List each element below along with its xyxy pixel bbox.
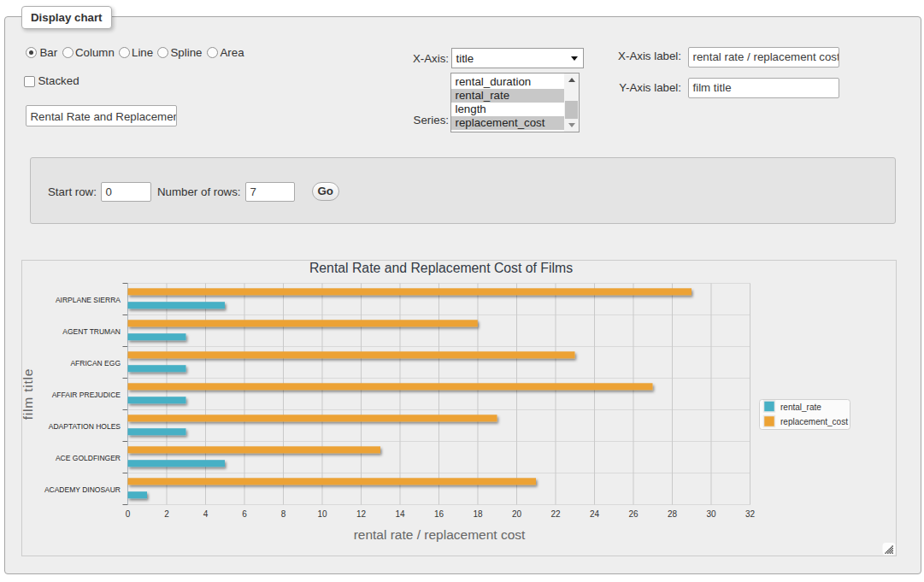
svg-text:32: 32	[745, 509, 756, 519]
svg-text:12: 12	[356, 509, 367, 519]
svg-text:18: 18	[473, 509, 483, 519]
svg-text:AGENT TRUMAN: AGENT TRUMAN	[62, 327, 121, 336]
svg-text:26: 26	[628, 509, 639, 519]
svg-text:22: 22	[550, 509, 561, 519]
svg-text:20: 20	[512, 509, 522, 519]
svg-text:rental_rate: rental_rate	[780, 403, 821, 412]
svg-text:Rental Rate and Replacement Co: Rental Rate and Replacement Cost of Film…	[309, 261, 573, 275]
svg-text:replacement_cost: replacement_cost	[780, 417, 848, 426]
svg-text:14: 14	[395, 509, 405, 519]
svg-text:28: 28	[668, 509, 678, 519]
svg-text:ADAPTATION HOLES: ADAPTATION HOLES	[49, 422, 121, 431]
svg-text:24: 24	[590, 509, 600, 519]
svg-text:6: 6	[242, 509, 247, 519]
svg-text:ACADEMY DINOSAUR: ACADEMY DINOSAUR	[44, 485, 121, 494]
svg-text:film title: film title	[22, 368, 35, 420]
svg-text:AFRICAN EGG: AFRICAN EGG	[70, 359, 121, 367]
svg-text:ACE GOLDFINGER: ACE GOLDFINGER	[56, 454, 121, 462]
svg-text:AIRPLANE SIERRA: AIRPLANE SIERRA	[56, 296, 121, 304]
svg-text:4: 4	[203, 509, 209, 519]
svg-text:10: 10	[317, 509, 327, 519]
svg-text:30: 30	[706, 509, 716, 519]
svg-text:0: 0	[126, 509, 131, 519]
svg-text:AFFAIR PREJUDICE: AFFAIR PREJUDICE	[52, 391, 121, 399]
svg-text:2: 2	[164, 509, 169, 519]
svg-text:rental rate / replacement cost: rental rate / replacement cost	[354, 527, 526, 542]
svg-text:8: 8	[281, 509, 286, 519]
svg-text:16: 16	[434, 509, 444, 519]
